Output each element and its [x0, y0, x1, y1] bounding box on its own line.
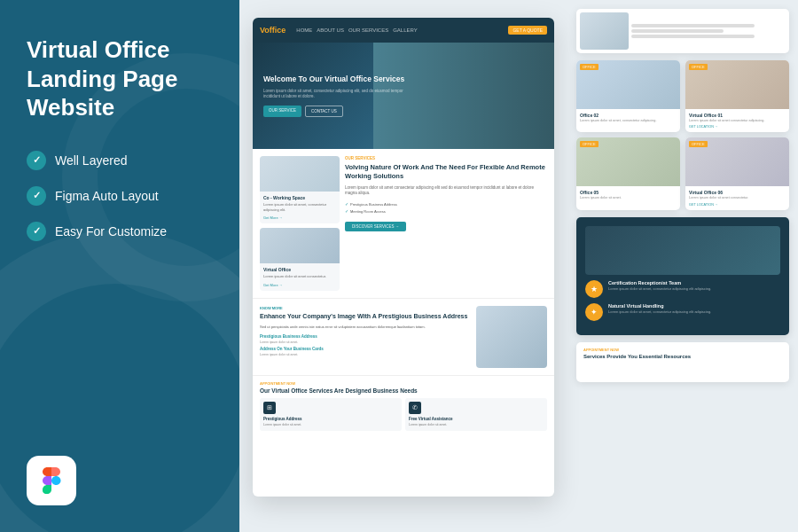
office-card-3-text: Lorem ipsum dolor sit amet.: [580, 196, 677, 200]
hero-text-block: Welcome To Our Virtual Office Services L…: [263, 74, 418, 118]
office-card-1-body: Office 02 Lorem ipsum dolor sit amet, co…: [576, 109, 680, 127]
office-card-1-title: Office 02: [580, 113, 677, 118]
check-icon-3: [27, 222, 46, 241]
dark-item-1-title: Certification Receptionist Team: [608, 280, 711, 286]
service-card-1-desc: Lorem ipsum dolor sit amet, consectetur …: [260, 202, 340, 215]
nav-link-gallery[interactable]: GALLERY: [393, 27, 418, 33]
bottom-card-2-icon: ✆: [409, 402, 421, 414]
service-text: Lorem ipsum dolor sit amet consectetur a…: [345, 185, 547, 198]
office-card-4-text: Lorem ipsum dolor sit amet consectetur.: [689, 196, 786, 200]
side-top-strip: [576, 9, 789, 53]
right-panel: Voffice HOME ABOUT US OUR SERVICES GALLE…: [239, 0, 798, 532]
office-card-2-title: Virtual Office 01: [689, 113, 786, 118]
address-feature-1: Prestigious Business Address: [260, 334, 469, 339]
bottom-title: Our Virtual Office Services Are Designed…: [260, 387, 547, 395]
side-preview: OFFICE Office 02 Lorem ipsum dolor sit a…: [576, 9, 789, 523]
main-title: Virtual Office Landing Page Website: [27, 35, 213, 122]
hero-buttons: OUR SERVICE CONTACT US: [263, 106, 418, 117]
dark-item-1-icon: ★: [585, 280, 603, 298]
side-bottom-tag: APPOINTMENT NOW: [583, 348, 782, 352]
dark-item-2: ✦ Natural Virtual Handling Lorem ipsum d…: [585, 303, 780, 321]
address-content: KNOW MORE Enhance Your Company's Image W…: [260, 306, 469, 359]
office-card-2-badge: OFFICE: [689, 64, 708, 70]
office-card-1: OFFICE Office 02 Lorem ipsum dolor sit a…: [576, 60, 680, 132]
dark-section: ★ Certification Receptionist Team Lorem …: [576, 217, 789, 335]
bottom-card-1-text: Lorem ipsum dolor sit amet.: [263, 423, 398, 427]
bottom-card-1-icon: ⊞: [263, 402, 276, 414]
service-card-1-image: [260, 156, 340, 192]
service-card-1: Co - Working Space Lorem ipsum dolor sit…: [260, 156, 340, 223]
office-card-2-image: OFFICE: [685, 60, 789, 109]
hero-title: Welcome To Our Virtual Office Services: [263, 74, 418, 84]
hero-outline-button[interactable]: CONTACT US: [305, 106, 343, 117]
office-card-3-title: Office 05: [580, 190, 677, 195]
nav-links: HOME ABOUT US OUR SERVICES GALLERY: [296, 27, 417, 33]
service-card-2-label: Virtual Office: [260, 263, 340, 274]
strip-text: [631, 12, 786, 50]
office-cards-grid: OFFICE Office 02 Lorem ipsum dolor sit a…: [576, 60, 789, 210]
features-list: Well Layered Figma Auto Layout Easy For …: [27, 151, 213, 257]
nav-link-home[interactable]: HOME: [296, 27, 312, 33]
office-card-4-image: OFFICE: [685, 137, 789, 186]
service-card-1-link[interactable]: Get More →: [260, 215, 340, 223]
hero-desc: Lorem ipsum dolor sit amet, consectetur …: [263, 89, 418, 100]
office-card-4-link[interactable]: GET LOCATION →: [689, 203, 786, 207]
bottom-card-1: ⊞ Prestigious Address Lorem ipsum dolor …: [260, 398, 402, 431]
figma-badge: [27, 456, 76, 505]
address-feature-2-desc: Lorem ipsum dolor sit amet.: [260, 353, 469, 356]
address-tag: KNOW MORE: [260, 306, 469, 310]
hero-primary-button[interactable]: OUR SERVICE: [263, 106, 301, 117]
service-card-2: Virtual Office Lorem ipsum dolor sit ame…: [260, 228, 340, 291]
bottom-card-2-title: Free Virtual Assistance: [409, 417, 544, 421]
service-tag: OUR SERVICES: [345, 156, 547, 160]
dark-item-1: ★ Certification Receptionist Team Lorem …: [585, 280, 780, 298]
address-feature-2: Address On Your Business Cards: [260, 347, 469, 351]
preview-navbar: Voffice HOME ABOUT US OUR SERVICES GALLE…: [253, 18, 554, 43]
left-panel: Virtual Office Landing Page Website Well…: [0, 0, 239, 532]
check-icon-1: [27, 151, 46, 170]
service-feature-2: Meeting Room Access: [345, 208, 547, 214]
office-card-2: OFFICE Virtual Office 01 Lorem ipsum dol…: [685, 60, 789, 132]
bottom-tag: APPOINTMENT NOW: [260, 381, 547, 386]
bottom-card-1-title: Prestigious Address: [263, 417, 398, 421]
office-card-4-title: Virtual Office 06: [689, 190, 786, 195]
dark-item-2-text: Lorem ipsum dolor sit amet, consectetur …: [608, 309, 711, 315]
office-card-3: OFFICE Office 05 Lorem ipsum dolor sit a…: [576, 137, 680, 209]
address-features: Prestigious Business Address Lorem ipsum…: [260, 334, 469, 356]
main-preview: Voffice HOME ABOUT US OUR SERVICES GALLE…: [253, 18, 554, 497]
bottom-card-2: ✆ Free Virtual Assistance Lorem ipsum do…: [405, 398, 547, 431]
strip-line-3: [631, 35, 755, 38]
nav-cta-button[interactable]: GET A QUOTE: [508, 26, 547, 35]
address-text: Sed ut perspiciatis unde omnis iste natu…: [260, 325, 469, 330]
bottom-cards: ⊞ Prestigious Address Lorem ipsum dolor …: [260, 398, 547, 431]
side-bottom-strip: APPOINTMENT NOW Services Provide You Ess…: [576, 342, 789, 382]
preview-address: KNOW MORE Enhance Your Company's Image W…: [253, 298, 554, 375]
office-card-1-image: OFFICE: [576, 60, 680, 109]
preview-hero: Welcome To Our Virtual Office Services L…: [253, 43, 554, 149]
nav-link-services[interactable]: OUR SERVICES: [348, 27, 388, 33]
nav-link-about[interactable]: ABOUT US: [317, 27, 344, 33]
office-card-1-text: Lorem ipsum dolor sit amet, consectetur …: [580, 119, 677, 123]
service-content: OUR SERVICES Volving Nature Of Work And …: [345, 156, 547, 231]
check-icon-2: [27, 186, 46, 206]
office-card-4: OFFICE Virtual Office 06 Lorem ipsum dol…: [685, 137, 789, 209]
dark-section-image: [585, 226, 780, 275]
previews-container: Voffice HOME ABOUT US OUR SERVICES GALLE…: [239, 0, 798, 532]
dark-item-2-title: Natural Virtual Handling: [608, 303, 711, 309]
service-card-2-link[interactable]: Get More →: [260, 283, 340, 291]
service-card-2-desc: Lorem ipsum dolor sit amet consectetur.: [260, 274, 340, 283]
office-card-2-link[interactable]: GET LOCATION →: [689, 125, 786, 129]
feature-item-3: Easy For Customize: [27, 222, 213, 241]
office-card-1-badge: OFFICE: [580, 64, 598, 70]
discover-button[interactable]: DISCOVER SERVICES →: [345, 222, 406, 231]
address-feature-1-desc: Lorem ipsum dolor sit amet.: [260, 340, 469, 344]
feature-item-1: Well Layered: [27, 151, 213, 170]
feature-item-2: Figma Auto Layout: [27, 186, 213, 206]
office-card-3-body: Office 05 Lorem ipsum dolor sit amet.: [576, 186, 680, 204]
address-image: [476, 306, 547, 368]
strip-line-1: [631, 24, 755, 27]
dark-item-2-content: Natural Virtual Handling Lorem ipsum dol…: [608, 303, 711, 315]
office-card-4-badge: OFFICE: [689, 141, 708, 147]
office-card-2-text: Lorem ipsum dolor sit amet consectetur a…: [689, 119, 786, 123]
dark-item-2-icon: ✦: [585, 303, 603, 321]
